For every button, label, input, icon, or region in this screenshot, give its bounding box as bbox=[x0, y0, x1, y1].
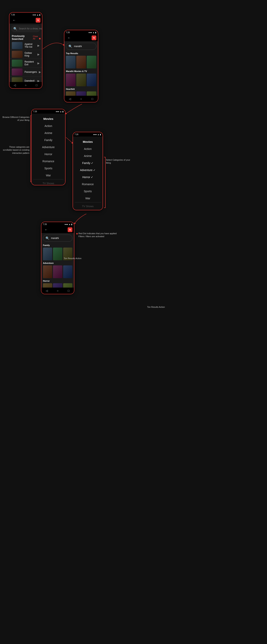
category-adventure[interactable]: Adventure bbox=[32, 144, 65, 151]
nav-bar-1: ◁ ○ □ bbox=[10, 82, 42, 88]
thumb-aapla-manus[interactable]: AAPLA MANUS bbox=[87, 56, 96, 68]
category-romance-4[interactable]: Romance bbox=[73, 181, 102, 188]
search-bar-1[interactable]: 🔍 🎤 ≡ bbox=[11, 25, 40, 32]
signal-icon-3: ●●● bbox=[56, 110, 59, 112]
time-2: 7:26 bbox=[66, 32, 70, 34]
thumb-muramba[interactable]: MURAMBA bbox=[43, 248, 52, 260]
annotation-top-results-1: Ton Results Action bbox=[64, 257, 89, 260]
nav-back-5[interactable]: ◁ bbox=[45, 289, 49, 293]
nav-bar-2: ◁ ○ □ bbox=[64, 96, 98, 102]
thumb-natsamrat[interactable]: NATSAMRAT bbox=[66, 74, 76, 86]
status-icons-3: ●●● ▲ ▮ bbox=[56, 110, 64, 112]
search-bar-5[interactable]: 🔍 ✕ ≡ bbox=[43, 234, 72, 242]
screen-search-results: 7:26 ●●● ▲ ▮ ← N 🔍 ✕ ≡ Top Results THACK… bbox=[64, 30, 98, 102]
category-romance[interactable]: Romance bbox=[32, 158, 65, 165]
wifi-icon: ▲ bbox=[37, 14, 39, 16]
search-icon-5: 🔍 bbox=[46, 236, 50, 240]
netflix-logo-1: N bbox=[36, 18, 40, 22]
nav-recent-1[interactable]: □ bbox=[34, 83, 38, 87]
horror-label: Horror bbox=[42, 279, 74, 282]
category-family-4[interactable]: Family bbox=[73, 160, 102, 166]
status-bar-5: 7:26 ●●● ▲ ▮ bbox=[42, 222, 74, 226]
battery-icon: ▮ bbox=[39, 14, 40, 16]
prev-search-title: Previously Searched bbox=[12, 34, 33, 40]
nav-home-1[interactable]: ○ bbox=[24, 83, 28, 87]
search-input-1[interactable] bbox=[19, 27, 42, 30]
clear-all-btn[interactable]: Clear All bbox=[33, 35, 40, 40]
item-title-1: Against The Ice bbox=[24, 43, 36, 48]
divider bbox=[33, 179, 64, 180]
list-item[interactable]: PASSENGERS Passengers ▶ bbox=[10, 68, 42, 76]
adventure-grid: BALA MAULI SAIRAT bbox=[42, 264, 74, 279]
category-war[interactable]: War bbox=[32, 172, 65, 179]
search-input-2[interactable] bbox=[74, 45, 98, 48]
nav-recent-5[interactable]: □ bbox=[66, 289, 70, 293]
status-bar-1: 7:26 ●●● ▲ ▮ bbox=[10, 12, 42, 17]
signal-icon-4: ●●● bbox=[93, 134, 97, 136]
thumb-mauli[interactable]: MAULI bbox=[53, 266, 62, 278]
back-button-1[interactable]: ← bbox=[11, 18, 17, 23]
battery-icon-5: ▮ bbox=[71, 223, 72, 226]
category-sports[interactable]: Sports bbox=[32, 165, 65, 172]
prev-search-header: Previously Searched Clear All bbox=[10, 34, 42, 41]
nav-bar-5: ◁ ○ □ bbox=[42, 288, 74, 294]
movies-header-4: Movies bbox=[73, 138, 102, 145]
category-anime[interactable]: Anime bbox=[32, 130, 65, 136]
search-input-5[interactable] bbox=[51, 237, 74, 240]
thumb-family-katta[interactable]: FAMILY KATTA bbox=[53, 248, 62, 260]
thumb-passengers: PASSENGERS bbox=[12, 68, 22, 76]
search-icon-2: 🔍 bbox=[68, 44, 72, 48]
heartfelt-label: Heartfelt bbox=[64, 87, 98, 91]
item-title-2: Outlaw King bbox=[24, 52, 36, 57]
marathi-movies-label: Marathi Movies & TV bbox=[64, 69, 98, 73]
thumb-classmates[interactable]: CLASSMATES bbox=[76, 74, 86, 86]
netflix-logo-2: N bbox=[92, 36, 96, 40]
top-bar-2: ← N bbox=[64, 34, 98, 41]
top-results-label: Top Results bbox=[64, 52, 98, 55]
status-bar-3: 7:26 ●●● ▲ ▮ bbox=[32, 109, 65, 114]
item-title-3: Resident Evil bbox=[24, 60, 36, 66]
time-5: 7:26 bbox=[43, 223, 47, 226]
play-icon-4: ▶ bbox=[39, 70, 41, 74]
category-horror-4[interactable]: Horror bbox=[73, 174, 102, 181]
nav-home-5[interactable]: ○ bbox=[56, 289, 60, 293]
adventure-label: Adventure bbox=[42, 261, 74, 264]
nav-recent-2[interactable]: □ bbox=[90, 97, 94, 101]
thumb-outlaw-king: OUTLAW KING bbox=[12, 51, 22, 58]
thumb-footfairy[interactable]: FOOTFAIRY bbox=[76, 56, 86, 68]
category-overlay-4: Movies Action Anime Family Adventure Hor… bbox=[73, 136, 102, 210]
battery-icon-4: ▮ bbox=[100, 134, 101, 136]
category-sports-4[interactable]: Sports bbox=[73, 188, 102, 195]
list-item[interactable]: OUTLAW KING Outlaw King ▶ bbox=[10, 50, 42, 59]
category-anime-4[interactable]: Anime bbox=[73, 152, 102, 160]
nav-back-2[interactable]: ◁ bbox=[68, 97, 72, 101]
top-bar-1: ← N bbox=[10, 17, 42, 24]
marathi-movies-grid: NATSAMRAT CLASSMATES BHAAT bbox=[64, 73, 98, 87]
category-action-4[interactable]: Action bbox=[73, 145, 102, 152]
divider-4 bbox=[74, 202, 101, 202]
thumb-bhaat[interactable]: BHAAT bbox=[87, 74, 96, 86]
back-button-2[interactable]: ← bbox=[66, 35, 72, 40]
battery-icon-2: ▮ bbox=[95, 32, 96, 34]
top-bar-5: ← N bbox=[42, 226, 74, 233]
status-bar-4: 7:26 ●●● ▲ ▮ bbox=[73, 132, 102, 136]
thumb-sairat[interactable]: SAIRAT bbox=[63, 266, 72, 278]
search-bar-2[interactable]: 🔍 ✕ ≡ bbox=[66, 43, 96, 50]
category-action[interactable]: Action bbox=[32, 122, 65, 130]
item-title-5: Daredevil bbox=[24, 80, 36, 82]
thumb-thackeray[interactable]: THACKERAY bbox=[66, 56, 76, 68]
category-war-4[interactable]: War bbox=[73, 195, 102, 202]
category-adventure-4[interactable]: Adventure bbox=[73, 166, 102, 174]
category-family[interactable]: Family bbox=[32, 136, 65, 144]
list-item[interactable]: RESIDENT EVIL Resident Evil ▶ bbox=[10, 59, 42, 68]
nav-back-1[interactable]: ◁ bbox=[13, 83, 17, 87]
status-icons-5: ●●● ▲ ▮ bbox=[64, 223, 72, 226]
back-button-5[interactable]: ← bbox=[43, 227, 49, 232]
search-history-list: AGAINSTTHE ICE Against The Ice ▶ OUTLAW … bbox=[10, 41, 42, 89]
thumb-bala[interactable]: BALA bbox=[43, 266, 52, 278]
list-item[interactable]: AGAINSTTHE ICE Against The Ice ▶ bbox=[10, 41, 42, 50]
nav-home-2[interactable]: ○ bbox=[79, 97, 83, 101]
category-horror[interactable]: Horror bbox=[32, 151, 65, 158]
wifi-icon-4: ▲ bbox=[97, 134, 99, 136]
movies-header: Movies bbox=[32, 115, 65, 122]
